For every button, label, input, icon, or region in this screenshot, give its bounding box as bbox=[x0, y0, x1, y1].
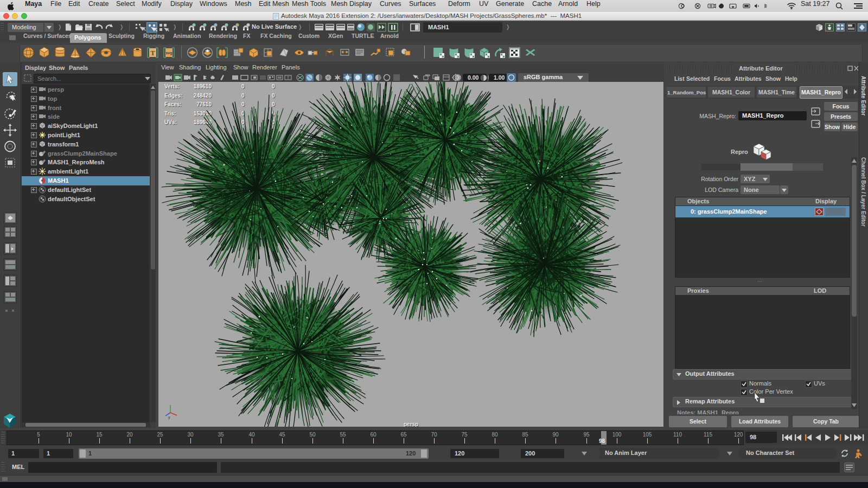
svg-text:svg: svg bbox=[165, 51, 172, 55]
svg-text:T: T bbox=[287, 76, 290, 80]
svg-text:y: y bbox=[168, 415, 170, 420]
svg-text:T: T bbox=[150, 49, 155, 57]
